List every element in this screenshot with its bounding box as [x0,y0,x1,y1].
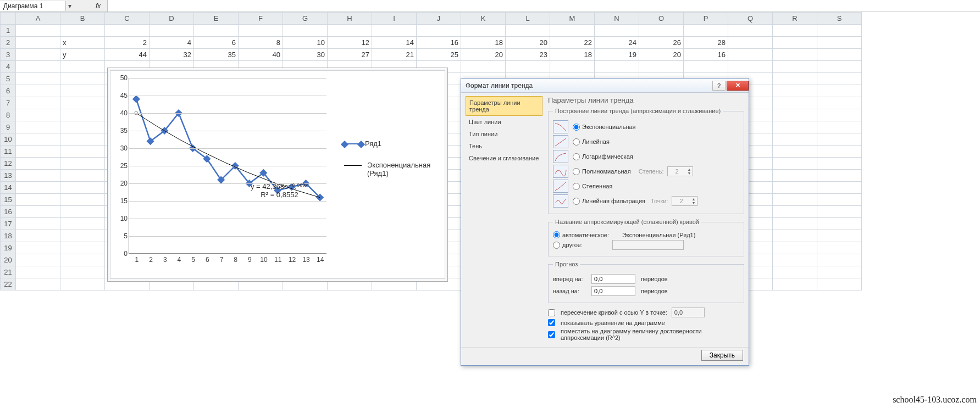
checkbox-show-r2[interactable] [548,331,555,338]
dialog-titlebar[interactable]: Формат линии тренда ? ✕ [461,79,749,93]
cell-A22[interactable] [16,278,60,290]
cell-R19[interactable] [773,242,817,254]
cell-P2[interactable]: 28 [684,37,728,49]
name-box-dropdown[interactable]: ▾ [66,2,74,10]
cell-L3[interactable]: 23 [506,49,550,61]
cell-L1[interactable] [506,25,550,37]
cell-S18[interactable] [817,230,862,242]
cell-C1[interactable] [105,25,150,37]
cell-S21[interactable] [817,266,862,278]
cell-A3[interactable] [16,49,60,61]
cell-F1[interactable] [239,25,283,37]
cell-S1[interactable] [817,25,862,37]
cell-B20[interactable] [60,254,105,266]
cell-A13[interactable] [16,170,60,182]
cell-R5[interactable] [773,73,817,85]
cell-N3[interactable]: 19 [595,49,639,61]
cell-O3[interactable]: 20 [639,49,684,61]
cell-B12[interactable] [60,158,105,170]
radio-linear[interactable] [573,138,580,146]
radio-name-auto[interactable] [553,231,560,238]
cell-G1[interactable] [283,25,328,37]
row-header-22[interactable]: 22 [1,278,16,290]
cell-R14[interactable] [773,182,817,194]
cell-F2[interactable]: 8 [239,37,283,49]
cell-S11[interactable] [817,146,862,158]
radio-name-other[interactable] [553,242,560,249]
cell-A12[interactable] [16,158,60,170]
cell-B1[interactable] [60,25,105,37]
cell-B19[interactable] [60,242,105,254]
cell-B18[interactable] [60,230,105,242]
row-header-8[interactable]: 8 [1,109,16,121]
cell-E2[interactable]: 6 [194,37,239,49]
cell-K4[interactable] [461,61,506,73]
cell-B14[interactable] [60,182,105,194]
cell-R3[interactable] [773,49,817,61]
cell-G2[interactable]: 10 [283,37,328,49]
cell-B16[interactable] [60,206,105,218]
radio-mavg[interactable] [573,198,580,205]
cell-A10[interactable] [16,133,60,146]
row-header-3[interactable]: 3 [1,49,16,61]
cell-L2[interactable]: 20 [506,37,550,49]
cell-R8[interactable] [773,109,817,121]
cell-R16[interactable] [773,206,817,218]
cell-S4[interactable] [817,61,862,73]
col-header-F[interactable]: F [239,13,283,25]
row-header-21[interactable]: 21 [1,266,16,278]
row-header-12[interactable]: 12 [1,158,16,170]
cell-R15[interactable] [773,194,817,206]
cell-S17[interactable] [817,218,862,230]
embedded-chart[interactable]: 05101520253035404550 1234567891011121314… [107,68,448,282]
radio-exponential[interactable] [573,124,580,131]
cell-A19[interactable] [16,242,60,254]
cell-S16[interactable] [817,206,862,218]
cell-A1[interactable] [16,25,60,37]
row-header-11[interactable]: 11 [1,146,16,158]
tab-shadow[interactable]: Тень [466,140,542,152]
cell-M4[interactable] [550,61,595,73]
cell-B17[interactable] [60,218,105,230]
col-header-N[interactable]: N [595,13,639,25]
cell-N4[interactable] [595,61,639,73]
cell-G3[interactable]: 30 [283,49,328,61]
cell-K3[interactable]: 20 [461,49,506,61]
cell-Q3[interactable] [728,49,773,61]
tab-trendline-params[interactable]: Параметры линии тренда [466,96,542,116]
tab-line-type[interactable]: Тип линии [466,128,542,140]
cell-B10[interactable] [60,133,105,146]
cell-A21[interactable] [16,266,60,278]
col-header-K[interactable]: K [461,13,506,25]
row-header-4[interactable]: 4 [1,61,16,73]
cell-S10[interactable] [817,133,862,146]
row-header-7[interactable]: 7 [1,97,16,109]
cell-B2[interactable]: x [60,37,105,49]
cell-A17[interactable] [16,218,60,230]
radio-log[interactable] [573,153,580,160]
cell-E1[interactable] [194,25,239,37]
cell-S12[interactable] [817,158,862,170]
tab-line-color[interactable]: Цвет линии [466,116,542,128]
cell-J1[interactable] [417,25,461,37]
row-header-10[interactable]: 10 [1,133,16,146]
row-header-13[interactable]: 13 [1,170,16,182]
col-header-L[interactable]: L [506,13,550,25]
cell-A20[interactable] [16,254,60,266]
help-button[interactable]: ? [712,81,726,91]
cell-S22[interactable] [817,278,862,290]
cell-S15[interactable] [817,194,862,206]
cell-B21[interactable] [60,266,105,278]
cell-A18[interactable] [16,230,60,242]
row-header-2[interactable]: 2 [1,37,16,49]
cell-R17[interactable] [773,218,817,230]
row-header-14[interactable]: 14 [1,182,16,194]
cell-A11[interactable] [16,146,60,158]
cell-R6[interactable] [773,85,817,97]
cell-B6[interactable] [60,85,105,97]
cell-D3[interactable]: 32 [150,49,194,61]
cell-R20[interactable] [773,254,817,266]
col-header-O[interactable]: O [639,13,684,25]
cell-Q4[interactable] [728,61,773,73]
cell-D2[interactable]: 4 [150,37,194,49]
